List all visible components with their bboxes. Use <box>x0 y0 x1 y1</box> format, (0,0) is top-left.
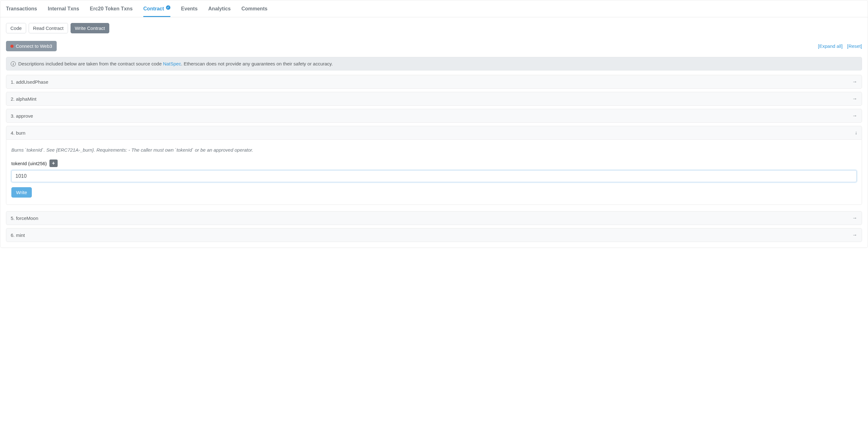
tab-transactions[interactable]: Transactions <box>6 0 37 17</box>
arrow-down-icon: ↓ <box>855 130 857 136</box>
write-button[interactable]: Write <box>11 187 32 198</box>
info-icon: i <box>11 61 16 66</box>
tab-analytics[interactable]: Analytics <box>208 0 230 17</box>
tab-contract[interactable]: Contract ✓ <box>143 0 170 17</box>
arrow-right-icon: → <box>852 215 857 221</box>
fn-header-forcemoon[interactable]: 5. forceMoon → <box>6 211 862 225</box>
connection-status-icon <box>10 45 13 48</box>
fn-description: Burns `tokenId`. See {ERC721A-_burn}. Re… <box>11 147 857 152</box>
expand-all-link[interactable]: [Expand all] <box>818 43 842 49</box>
fn-body-burn: Burns `tokenId`. See {ERC721A-_burn}. Re… <box>6 140 862 205</box>
verified-check-icon: ✓ <box>166 5 170 10</box>
subtab-write-contract[interactable]: Write Contract <box>70 23 110 33</box>
natspec-link[interactable]: NatSpec <box>163 61 181 66</box>
tokenid-input[interactable] <box>11 170 857 182</box>
fn-header-addusedphase[interactable]: 1. addUsedPhase → <box>6 75 862 89</box>
reset-link[interactable]: [Reset] <box>847 43 862 49</box>
tab-erc20-token-txns[interactable]: Erc20 Token Txns <box>90 0 133 17</box>
connect-web3-button[interactable]: Connect to Web3 <box>6 41 57 51</box>
fn-header-approve[interactable]: 3. approve → <box>6 109 862 123</box>
arrow-right-icon: → <box>852 232 857 238</box>
arrow-right-icon: → <box>852 96 857 102</box>
nav-tabs: Transactions Internal Txns Erc20 Token T… <box>0 0 868 17</box>
fn-header-alphamint[interactable]: 2. alphaMint → <box>6 92 862 106</box>
subtab-read-contract[interactable]: Read Contract <box>29 23 68 33</box>
arrow-right-icon: → <box>852 79 857 84</box>
fn-header-mint[interactable]: 6. mint → <box>6 228 862 242</box>
arrow-right-icon: → <box>852 113 857 118</box>
tab-comments[interactable]: Comments <box>241 0 268 17</box>
add-param-button[interactable]: + <box>50 160 58 167</box>
param-label-tokenid: tokenId (uint256) <box>11 161 47 166</box>
natspec-info-banner: i Descriptions included below are taken … <box>6 57 862 70</box>
tab-internal-txns[interactable]: Internal Txns <box>48 0 80 17</box>
subtab-code[interactable]: Code <box>6 23 26 33</box>
contract-subtabs: Code Read Contract Write Contract <box>6 23 862 33</box>
fn-header-burn[interactable]: 4. burn ↓ <box>6 126 862 140</box>
tab-events[interactable]: Events <box>181 0 197 17</box>
